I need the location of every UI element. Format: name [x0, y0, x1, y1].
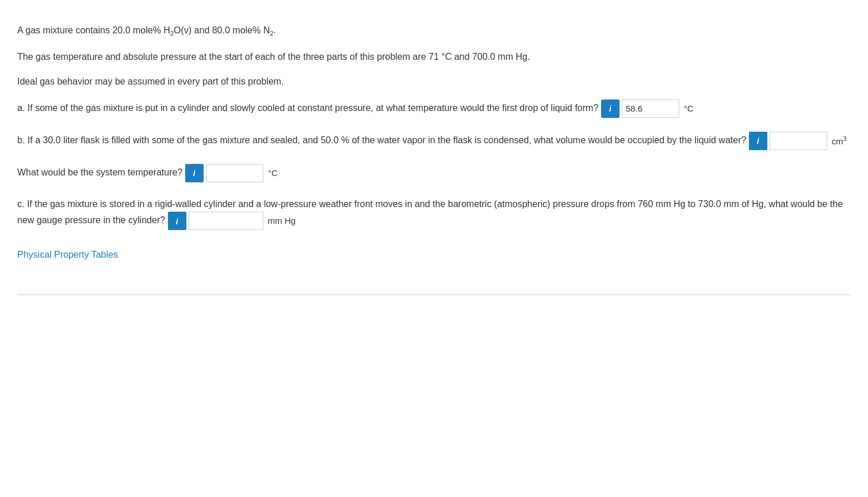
part-c-answer-row: i mm Hg [168, 212, 296, 230]
intro-paragraph-3: Ideal gas behavior may be assumed in eve… [17, 74, 851, 89]
part-b-sub-info-button[interactable]: i [185, 164, 204, 182]
part-b-block: b. If a 30.0 liter flask is filled with … [17, 132, 851, 150]
intro-paragraph-2: The gas temperature and absolute pressur… [17, 49, 851, 64]
physical-property-tables-link[interactable]: Physical Property Tables [17, 250, 118, 260]
part-b-answer-input[interactable] [770, 132, 827, 150]
n2-sub: 2 [270, 30, 273, 37]
part-a-unit: °C [684, 101, 694, 116]
intro-paragraph-1: A gas mixture contains 20.0 mole% H2O(v)… [17, 23, 851, 39]
cm3-sup: 3 [843, 135, 847, 142]
part-b-sub-unit: °C [268, 166, 278, 181]
part-a-block: a. If some of the gas mixture is put in … [17, 100, 851, 118]
part-b-info-button[interactable]: i [749, 132, 767, 150]
part-b-sub-answer-input[interactable] [206, 164, 263, 182]
part-b-sub-answer-row: i °C [185, 164, 278, 182]
part-a-info-button[interactable]: i [601, 100, 620, 118]
part-b-sub-text: What would be the system temperature? [17, 167, 182, 177]
bottom-divider [17, 295, 851, 295]
part-a-answer-row: i °C [601, 100, 694, 118]
part-a-text: a. If some of the gas mixture is put in … [17, 103, 598, 113]
part-b-sub-block: What would be the system temperature? i … [17, 164, 851, 182]
part-b-answer-row: i cm3 [749, 132, 847, 150]
h2o-sub1: 2 [170, 30, 174, 37]
part-a-answer-input[interactable] [622, 100, 679, 118]
part-c-answer-input[interactable] [189, 212, 263, 230]
part-c-block: c. If the gas mixture is stored in a rig… [17, 196, 851, 230]
part-c-unit: mm Hg [268, 213, 296, 228]
part-b-text: b. If a 30.0 liter flask is filled with … [17, 135, 746, 145]
part-c-text: c. If the gas mixture is stored in a rig… [17, 199, 843, 225]
part-c-info-button[interactable]: i [168, 212, 186, 230]
part-b-unit: cm3 [832, 133, 847, 149]
